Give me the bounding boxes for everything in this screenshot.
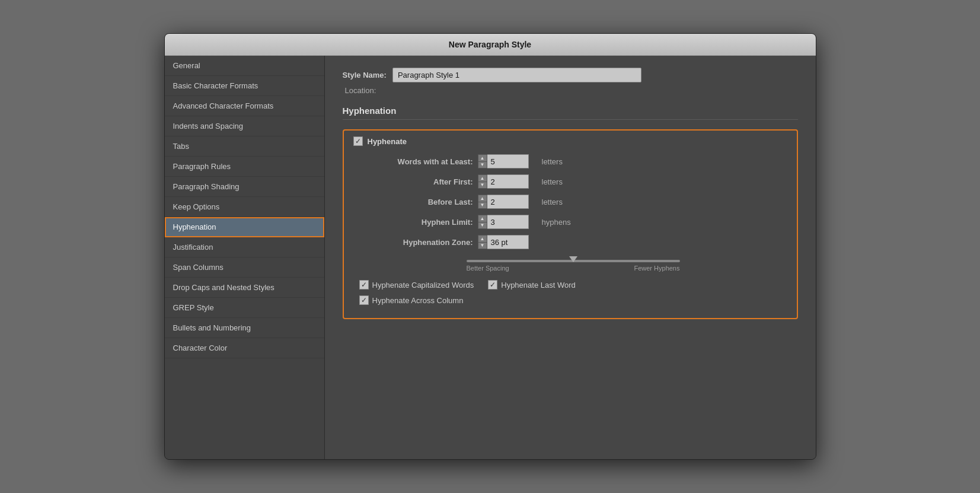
sidebar-item-basic-character-formats[interactable]: Basic Character Formats: [165, 76, 324, 96]
location-row: Location:: [343, 86, 798, 95]
hyphenate-checkmark-icon: ✓: [355, 137, 361, 145]
location-label: Location:: [345, 86, 376, 95]
slider-label-left: Better Spacing: [467, 265, 509, 272]
style-name-row: Style Name:: [343, 68, 798, 82]
hyphenate-label: Hyphenate: [368, 137, 407, 146]
before-last-label: Before Last:: [359, 198, 478, 206]
after-first-unit: letters: [537, 177, 787, 186]
hyphenate-row: ✓ Hyphenate: [353, 136, 787, 146]
words-at-least-field[interactable]: [487, 154, 529, 168]
slider-labels: Better Spacing Fewer Hyphens: [467, 265, 680, 272]
slider-track: [467, 260, 680, 262]
form-grid: Words with at Least: ▲ ▼ letters After F…: [359, 154, 787, 249]
hyphenate-across-column-label: Hyphenate Across Column: [372, 296, 464, 305]
style-name-label: Style Name:: [343, 71, 387, 79]
sidebar-item-justification[interactable]: Justification: [165, 237, 324, 257]
hyphen-limit-up[interactable]: ▲: [478, 215, 487, 222]
sidebar-item-paragraph-rules[interactable]: Paragraph Rules: [165, 157, 324, 177]
hyphenate-across-column-checkbox[interactable]: ✓: [359, 295, 369, 305]
hyphenation-zone-input-wrap: ▲ ▼: [478, 235, 537, 249]
slider-label-right: Fewer Hyphens: [634, 265, 679, 272]
sidebar-item-span-columns[interactable]: Span Columns: [165, 257, 324, 278]
dialog-body: General Basic Character Formats Advanced…: [165, 56, 816, 459]
sidebar-item-hyphenation[interactable]: Hyphenation: [165, 217, 324, 237]
style-name-input[interactable]: [392, 68, 641, 82]
hyphenate-capitalized-label: Hyphenate Capitalized Words: [372, 281, 474, 290]
before-last-unit: letters: [537, 198, 787, 206]
hyphenate-last-word-item: ✓ Hyphenate Last Word: [488, 280, 576, 290]
hyphenate-last-word-checkmark-icon: ✓: [490, 281, 496, 289]
section-title: Hyphenation: [343, 106, 798, 120]
after-first-input-wrap: ▲ ▼: [478, 174, 537, 189]
words-at-least-input-wrap: ▲ ▼: [478, 154, 537, 168]
sidebar-item-advanced-character-formats[interactable]: Advanced Character Formats: [165, 96, 324, 116]
words-at-least-down[interactable]: ▼: [478, 161, 487, 168]
hyphenate-capitalized-item: ✓ Hyphenate Capitalized Words: [359, 280, 474, 290]
hyphenate-last-word-checkbox[interactable]: ✓: [488, 280, 497, 290]
after-first-up[interactable]: ▲: [478, 174, 487, 182]
before-last-input-wrap: ▲ ▼: [478, 195, 537, 209]
after-first-down[interactable]: ▼: [478, 182, 487, 189]
hyphen-limit-input-wrap: ▲ ▼: [478, 215, 537, 229]
before-last-field[interactable]: [487, 195, 529, 209]
hyphenation-zone-label: Hyphenation Zone:: [359, 238, 478, 247]
main-content: Style Name: Location: Hyphenation ✓ Hyph…: [325, 56, 816, 459]
sidebar: General Basic Character Formats Advanced…: [165, 56, 325, 459]
words-at-least-unit: letters: [537, 157, 787, 166]
after-first-spinner: ▲ ▼: [478, 174, 487, 189]
checkboxes-row-1: ✓ Hyphenate Capitalized Words ✓ Hyphenat…: [359, 280, 787, 290]
words-at-least-label: Words with at Least:: [359, 157, 478, 166]
slider-thumb[interactable]: [569, 256, 577, 262]
sidebar-item-tabs[interactable]: Tabs: [165, 136, 324, 157]
before-last-down[interactable]: ▼: [478, 202, 487, 209]
hyphen-limit-spinner: ▲ ▼: [478, 215, 487, 229]
hyphenate-capitalized-checkbox[interactable]: ✓: [359, 280, 369, 290]
hyphenate-capitalized-checkmark-icon: ✓: [361, 281, 367, 289]
sidebar-item-drop-caps-nested[interactable]: Drop Caps and Nested Styles: [165, 278, 324, 298]
sidebar-item-keep-options[interactable]: Keep Options: [165, 197, 324, 217]
hyphen-limit-field[interactable]: [487, 215, 529, 229]
hyphen-limit-label: Hyphen Limit:: [359, 218, 478, 227]
hyphen-limit-down[interactable]: ▼: [478, 222, 487, 229]
hyphenate-group: ✓ Hyphenate Words with at Least: ▲ ▼: [343, 129, 798, 319]
hyphenation-zone-field[interactable]: [487, 235, 529, 249]
sidebar-item-general[interactable]: General: [165, 56, 324, 76]
sidebar-item-indents-and-spacing[interactable]: Indents and Spacing: [165, 116, 324, 136]
words-at-least-spinner: ▲ ▼: [478, 154, 487, 168]
after-first-field[interactable]: [487, 174, 529, 189]
hyphenation-zone-up[interactable]: ▲: [478, 235, 487, 242]
sidebar-item-paragraph-shading[interactable]: Paragraph Shading: [165, 177, 324, 197]
title-bar: New Paragraph Style: [165, 34, 816, 56]
before-last-up[interactable]: ▲: [478, 195, 487, 202]
hyphen-limit-unit: hyphens: [537, 218, 787, 227]
hyphenate-across-column-checkmark-icon: ✓: [361, 296, 367, 304]
sidebar-item-character-color[interactable]: Character Color: [165, 338, 324, 358]
hyphenate-across-column-row: ✓ Hyphenate Across Column: [359, 295, 787, 305]
slider-track-wrap: [359, 260, 787, 262]
dialog-title: New Paragraph Style: [449, 40, 531, 49]
hyphenate-last-word-label: Hyphenate Last Word: [501, 281, 576, 290]
before-last-spinner: ▲ ▼: [478, 195, 487, 209]
slider-section: Better Spacing Fewer Hyphens: [359, 260, 787, 272]
sidebar-item-bullets-numbering[interactable]: Bullets and Numbering: [165, 318, 324, 338]
sidebar-item-grep-style[interactable]: GREP Style: [165, 298, 324, 318]
after-first-label: After First:: [359, 177, 478, 186]
hyphenate-checkbox[interactable]: ✓: [353, 136, 363, 146]
hyphenation-zone-down[interactable]: ▼: [478, 242, 487, 249]
hyphenation-zone-spinner: ▲ ▼: [478, 235, 487, 249]
words-at-least-up[interactable]: ▲: [478, 154, 487, 161]
dialog-window: New Paragraph Style General Basic Charac…: [164, 33, 816, 460]
